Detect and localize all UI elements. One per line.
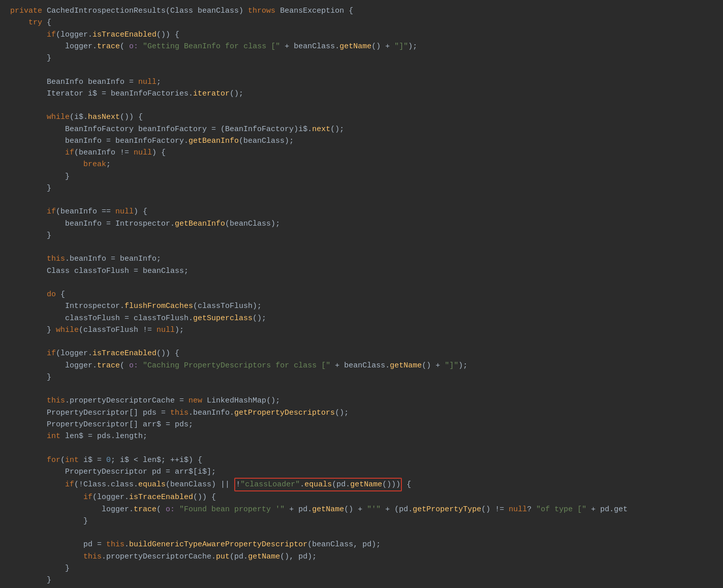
keyword-int: int [47,430,65,442]
string-caching: "Caching PropertyDescriptors for class [… [143,360,330,372]
method-getname4: getName [312,504,344,515]
keyword-do: do [47,289,60,300]
highlight-classloader: !"classLoader".equals(pd.getName())) [234,478,402,491]
indent [10,563,65,574]
code-line: break; [0,159,723,170]
method-getname5: getName [248,551,280,563]
paren15: (); [253,313,266,324]
string-quote: "'" [367,504,381,515]
code-line: if(!Class.class.equals(beanClass) || !"c… [0,478,723,491]
method-name: CachedIntrospectionResults( [47,5,170,17]
keyword-this2: this [47,395,65,407]
code-line-blank [0,442,723,454]
brace11: } [83,515,88,527]
concat5: + pd.get [586,504,627,515]
keyword-if: if [47,29,56,41]
label-o2: o: [129,360,143,372]
paren33: () != [481,504,509,515]
paren19: ( [120,360,129,372]
type-beaninfo: BeanInfo [47,76,88,88]
indent [10,171,65,182]
param-bean: beanClass) [198,5,248,17]
indent [10,218,65,230]
paren12: (beanInfo == [56,206,115,218]
brace6: } [47,230,51,241]
code-line: } [0,563,723,574]
code-line-blank [0,586,723,588]
paren20: () + [422,360,445,372]
semi3: ); [175,324,184,336]
cast-paren: )i$. [294,123,312,135]
keyword-while2: while [56,324,79,336]
indent [10,29,47,41]
code-line: PropertyDescriptor[] pds = this.beanInfo… [0,407,723,419]
indent [10,372,47,383]
type-beans-exception: BeansException { [280,5,353,17]
logger2: logger. [65,41,97,52]
indent [10,551,83,563]
paren36: (), pd); [280,551,317,563]
brace-open: { [47,17,51,28]
indent [10,504,102,515]
code-line: Class classToFlush = beanClass; [0,265,723,277]
method-build: buildGenericTypeAwarePropertyDescriptor [129,539,307,550]
type-class: Class [170,5,198,17]
method-equals2: equals [304,480,332,489]
type-pd2: PropertyDescriptor [47,419,129,430]
code-line: this.propertyDescriptorCache = new Linke… [0,395,723,407]
paren28: ())) [382,480,400,489]
paren21: ); [458,360,467,372]
indent [10,76,47,88]
paren23: (); [335,407,349,419]
brace7: { [60,289,65,300]
code-line-blank [0,194,723,206]
indent [10,265,47,277]
code-line-blank [0,383,723,395]
paren16: (classToFlush != [79,324,156,336]
var-ctf: classToFlush = beanClass; [74,265,188,277]
pd-build: pd = [83,539,106,550]
indent [10,395,47,407]
string-getting: "Getting BeanInfo for class [" [143,41,280,52]
indent [10,454,47,466]
indent [10,491,83,503]
type-bif2: BeanInfoFactory [225,123,294,135]
paren27: (pd. [332,480,350,489]
brace10: { [402,479,411,490]
code-line: PropertyDescriptor[] arr$ = pds; [0,419,723,430]
code-line: if(logger.isTraceEnabled()) { [0,348,723,359]
indent [10,300,65,312]
indent [10,466,65,478]
code-line: } [0,52,723,64]
indent [10,147,65,159]
put-call: .propertyDescriptorCache. [102,551,216,563]
code-line: Introspector.flushFromCaches(classToFlus… [0,300,723,312]
string-classloader: "classLoader" [240,480,300,489]
paren32: () + [344,504,367,515]
pds-assign: .beanInfo. [188,407,234,419]
logger3: logger. [65,360,97,372]
brace13: } [47,574,51,586]
keyword-null: null [138,76,156,88]
code-line-blank [0,100,723,111]
keyword-this3: this [170,407,188,419]
method-trace6: trace [134,504,156,515]
indent [10,159,83,170]
indent [10,41,65,52]
logger4: logger. [102,504,134,515]
code-line: Iterator i$ = beanInfoFactories.iterator… [0,88,723,100]
arr-assign: [] arr$ = pds; [129,419,193,430]
indent [10,253,47,265]
type-lhm: LinkedHashMap [207,395,266,407]
method-trace4: trace [97,360,120,372]
method-equals: equals [138,479,166,490]
code-line: this.propertyDescriptorCache.put(pd.getN… [0,551,723,563]
paren4: () + [371,41,394,52]
code-line: while(i$.hasNext()) { [0,111,723,123]
indent [10,574,47,586]
code-line: beanInfo = beanInfoFactory.getBeanInfo(b… [0,135,723,147]
code-line-blank [0,64,723,76]
brace4: } [47,182,51,194]
indent [10,111,47,123]
indent [10,430,47,442]
